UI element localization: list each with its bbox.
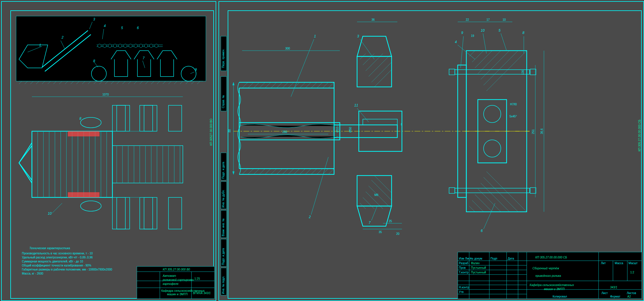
part-4: 4 xyxy=(104,24,106,28)
tech-l3: Суммарная мощность двигателей, кВт - до … xyxy=(22,260,83,263)
dim-d50: Ø50 xyxy=(349,127,352,132)
c-doc: № докум xyxy=(470,257,482,260)
tech-l4: Общий коэффициент точности калибрования … xyxy=(22,264,91,267)
svg-line-155 xyxy=(363,54,374,65)
svg-text:Взам. инв. №: Взам. инв. № xyxy=(222,218,225,236)
rtb-list: Лист xyxy=(601,292,608,295)
rp4: 4 xyxy=(455,40,457,44)
dim-136: 136 xyxy=(521,70,524,75)
tech-l5: Габаритные размеры в рабочем положении, … xyxy=(22,268,112,271)
lt-dept2: машин и ЭМТП xyxy=(167,293,188,296)
svg-line-158 xyxy=(371,62,392,82)
svg-line-127 xyxy=(300,82,305,88)
svg-line-51 xyxy=(186,81,189,84)
dim-17: 17 xyxy=(486,18,490,21)
svg-line-26 xyxy=(42,81,45,84)
rtb-code: КП 305.27.00.00.000 СБ xyxy=(535,256,567,259)
dim-25: 25 xyxy=(389,220,392,223)
svg-line-123 xyxy=(277,82,282,88)
lt-t1: Автомат xyxy=(162,274,176,277)
svg-point-173 xyxy=(484,105,501,123)
rp11: 11 xyxy=(354,103,358,107)
svg-line-188 xyxy=(484,177,518,212)
svg-point-17 xyxy=(155,44,158,47)
svg-point-6 xyxy=(98,44,101,47)
svg-line-189 xyxy=(486,172,527,212)
svg-line-119 xyxy=(254,82,259,88)
svg-line-137 xyxy=(265,169,271,174)
svg-line-128 xyxy=(305,82,311,88)
part-2: 2 xyxy=(61,35,64,39)
rp5: 5 xyxy=(499,28,501,33)
svg-point-13 xyxy=(134,44,137,47)
lt-t2: роликовой сортировки xyxy=(162,278,194,281)
svg-line-143 xyxy=(300,169,305,174)
svg-text:Справ. №: Справ. № xyxy=(222,95,225,108)
svg-line-42 xyxy=(134,81,137,84)
svg-line-24 xyxy=(30,81,33,84)
c-n3: Пустынный xyxy=(471,271,486,274)
svg-line-185 xyxy=(475,195,492,212)
svg-line-186 xyxy=(478,189,501,212)
svg-line-41 xyxy=(128,81,131,84)
svg-rect-170 xyxy=(449,69,455,75)
svg-line-48 xyxy=(168,81,171,84)
rtb-lit: Лит xyxy=(601,262,606,265)
svg-rect-77 xyxy=(144,105,153,131)
part-8b: 8 xyxy=(79,117,81,121)
svg-rect-81 xyxy=(140,197,157,229)
rtb-msht: Масшт xyxy=(628,262,638,265)
rtb-massa: Масса xyxy=(615,262,623,265)
svg-point-9 xyxy=(113,44,117,47)
svg-rect-150 xyxy=(357,56,392,87)
svg-line-177 xyxy=(472,51,484,62)
part-6: 6 xyxy=(137,26,139,30)
svg-line-46 xyxy=(157,81,160,84)
svg-line-207 xyxy=(371,206,377,220)
svg-rect-78 xyxy=(168,105,182,131)
rtb-listov: Листов xyxy=(627,292,636,295)
c-tk: Т.контр xyxy=(459,271,469,274)
svg-line-165 xyxy=(374,176,392,193)
part-5: 5 xyxy=(121,26,123,30)
svg-rect-153 xyxy=(363,119,397,125)
part-8a: 8 xyxy=(93,59,95,63)
dim-20: 20 xyxy=(396,232,400,235)
svg-point-16 xyxy=(150,44,153,47)
svg-point-15 xyxy=(144,44,148,47)
rp9: 9 xyxy=(461,31,463,35)
right-title-block: КП 305.27.00.00.000 СБ Сборочный чертёж … xyxy=(458,252,642,299)
svg-line-38 xyxy=(111,81,114,84)
tech-l6: Масса, кг - 2600 xyxy=(22,272,43,275)
c-n1: Фалин xyxy=(471,262,480,265)
lt-uni: ВГМХА 343/1 xyxy=(193,292,211,295)
c-data: Дата xyxy=(508,257,514,260)
svg-point-11 xyxy=(124,44,127,47)
svg-line-52 xyxy=(191,81,194,84)
dim-251: 251 xyxy=(532,129,535,134)
svg-line-122 xyxy=(271,82,277,88)
svg-rect-171 xyxy=(449,188,455,193)
svg-point-7 xyxy=(103,44,106,47)
lt-scale: 1:25 xyxy=(194,277,200,280)
side-tabs: Перв. примен. Справ. № Подп. и дата Инв.… xyxy=(221,36,227,295)
c-n2: Пустынный xyxy=(471,266,486,269)
c-razrab: Разраб xyxy=(459,262,468,265)
svg-rect-82 xyxy=(144,197,153,229)
scheme-box xyxy=(16,16,206,81)
svg-point-8 xyxy=(108,44,112,47)
svg-line-145 xyxy=(311,169,317,174)
rp1: 1 xyxy=(314,34,316,38)
dim-m8: M8 xyxy=(374,193,378,197)
dim-d10: Ø10 xyxy=(336,127,339,132)
svg-line-131 xyxy=(323,82,328,88)
svg-point-12 xyxy=(129,44,132,47)
svg-line-161 xyxy=(363,197,374,209)
svg-line-140 xyxy=(282,169,288,174)
dim-545: 5x45° xyxy=(509,115,517,118)
svg-point-14 xyxy=(139,44,143,47)
svg-rect-75 xyxy=(117,105,125,131)
left-svg: КП 30527.00.000 ВО 1 2 3 4 5 6 8 9 xyxy=(2,2,216,300)
c-utv: Утв xyxy=(459,290,463,294)
svg-line-129 xyxy=(311,82,317,88)
